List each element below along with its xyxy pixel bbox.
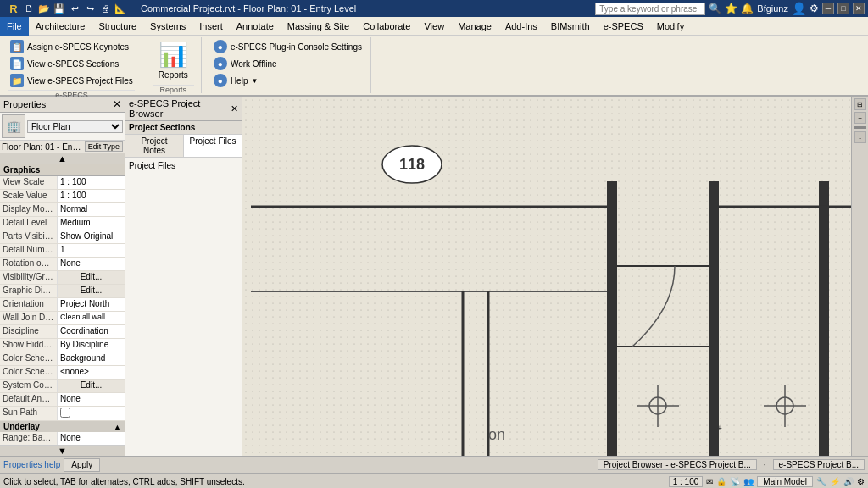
detail-level-value[interactable]: Medium	[58, 217, 125, 230]
settings-icon[interactable]: ⚙	[810, 3, 819, 14]
display-model-value[interactable]: Normal	[58, 203, 125, 216]
project-notes-tab[interactable]: Project Notes	[125, 135, 184, 157]
visibility-edit-btn[interactable]: Edit...	[58, 271, 125, 284]
status-icon-8: ⚙	[857, 477, 865, 486]
browser-separator: ·	[760, 460, 770, 469]
zoom-in-btn[interactable]: +	[854, 112, 866, 124]
menu-insert[interactable]: Insert	[192, 17, 230, 36]
color-scheme-value[interactable]: <none>	[58, 366, 125, 379]
new-btn[interactable]: 🗋	[22, 2, 36, 15]
zoom-fit-btn[interactable]: ⊞	[854, 98, 866, 110]
status-icon-6: ⚡	[830, 477, 840, 486]
save-btn[interactable]: 💾	[53, 2, 66, 15]
menu-systems[interactable]: Systems	[143, 17, 192, 36]
especs-title: e-SPECS Project Browser	[129, 98, 231, 119]
view-sections-btn[interactable]: 📄 View e-SPECS Sections	[8, 56, 135, 71]
title-bar-title: Commercial Project.rvt - Floor Plan: 01 …	[141, 3, 356, 14]
menu-addins[interactable]: Add-Ins	[498, 17, 544, 36]
prop-graphic-display: Graphic Displa... Edit...	[0, 285, 125, 298]
view-scale-value[interactable]: 1 : 100	[58, 176, 125, 189]
sun-path-value[interactable]	[58, 407, 125, 420]
menu-annotate[interactable]: Annotate	[230, 17, 281, 36]
bell-icon[interactable]: 🔔	[741, 3, 754, 14]
menu-structure[interactable]: Structure	[92, 17, 143, 36]
parts-visibility-label: Parts Visibility	[0, 230, 58, 243]
star-icon[interactable]: ⭐	[725, 3, 737, 14]
project-files-tab[interactable]: Project Files	[184, 135, 242, 157]
sections-icon: 📄	[10, 57, 24, 70]
rotation-value[interactable]: None	[58, 258, 125, 270]
detail-level-label: Detail Level	[0, 217, 58, 230]
range-base-value[interactable]: None	[58, 432, 125, 445]
project-browser-tab[interactable]: Project Browser - e-SPECS Project B...	[598, 459, 757, 470]
print-btn[interactable]: 🖨	[98, 2, 112, 15]
menu-manage[interactable]: Manage	[451, 17, 498, 36]
graphic-display-label: Graphic Displa...	[0, 285, 58, 297]
orientation-value[interactable]: Project North	[58, 298, 125, 311]
svg-rect-2	[242, 97, 868, 456]
menu-architecture[interactable]: Architecture	[29, 17, 92, 36]
search-input[interactable]	[595, 3, 705, 15]
open-btn[interactable]: 📂	[37, 2, 51, 15]
parts-visibility-value[interactable]: Show Original	[58, 230, 125, 243]
work-offline-btn[interactable]: ● Work Offline	[212, 56, 364, 71]
console-settings-btn[interactable]: ● e-SPECS Plug-in Console Settings	[212, 39, 364, 54]
status-text: Click to select, TAB for alternates, CTR…	[3, 477, 245, 486]
show-hidden-value[interactable]: By Discipline	[58, 339, 125, 352]
help-dropdown-icon[interactable]: ▼	[251, 77, 258, 85]
right-toolbar: ⊞ + -	[851, 97, 868, 456]
underlay-section[interactable]: Underlay ▲	[0, 421, 125, 432]
title-bar: R 🗋 📂 💾 ↩ ↪ 🖨 📐 Commercial Project.rvt -…	[0, 0, 868, 17]
measure-btn[interactable]: 📐	[114, 2, 127, 15]
minimize-btn[interactable]: ─	[822, 3, 834, 14]
status-icon-5: 🔧	[816, 477, 826, 486]
prop-color-scheme: Color Scheme <none>	[0, 366, 125, 380]
prop-system-color: System Color ... Edit...	[0, 380, 125, 393]
help-btn[interactable]: ● Help ▼	[212, 73, 364, 88]
menu-especs[interactable]: e-SPECS	[597, 17, 650, 36]
menu-file[interactable]: File	[0, 17, 29, 36]
redo-btn[interactable]: ↪	[83, 2, 97, 15]
especs-browser-tab[interactable]: e-SPECS Project B...	[773, 459, 865, 470]
scale-value-value[interactable]: 1 : 100	[58, 190, 125, 202]
graphic-display-edit-btn[interactable]: Edit...	[58, 285, 125, 297]
scroll-down-btn[interactable]: ▼	[0, 445, 125, 456]
properties-close-btn[interactable]: ✕	[113, 98, 121, 110]
scale-display[interactable]: 1 : 100	[669, 476, 704, 487]
revit-logo[interactable]: R	[7, 2, 20, 15]
edit-type-btn[interactable]: Edit Type	[85, 141, 123, 152]
menu-massing[interactable]: Massing & Site	[281, 17, 356, 36]
svg-text:118: 118	[399, 156, 425, 173]
undo-btn[interactable]: ↩	[68, 2, 81, 15]
view-project-files-btn[interactable]: 📁 View e-SPECS Project Files	[8, 73, 135, 88]
scroll-up-btn[interactable]: ▲	[0, 153, 125, 164]
system-color-edit-btn[interactable]: Edit...	[58, 380, 125, 392]
detail-number-value[interactable]: 1	[58, 244, 125, 257]
menu-collaborate[interactable]: Collaborate	[356, 17, 417, 36]
color-scheme-bg-value[interactable]: Background	[58, 352, 125, 365]
discipline-value[interactable]: Coordination	[58, 325, 125, 338]
default-analysis-value[interactable]: None	[58, 393, 125, 406]
floor-plan-svg: 118	[242, 97, 868, 456]
svg-text:on: on	[488, 426, 505, 443]
zoom-track	[854, 126, 866, 129]
reports-btn[interactable]: 📊 Reports	[153, 37, 194, 83]
search-icon[interactable]: 🔍	[709, 3, 721, 14]
menu-modify[interactable]: Modify	[650, 17, 691, 36]
properties-panel: Properties ✕ 🏢 Floor Plan Floor Plan: 01…	[0, 97, 125, 456]
type-selector-row: 🏢 Floor Plan	[0, 113, 125, 141]
type-dropdown[interactable]: Floor Plan	[27, 120, 123, 133]
wall-join-value[interactable]: Clean all wall ...	[58, 312, 125, 324]
type-icon: 🏢	[2, 114, 25, 138]
apply-btn[interactable]: Apply	[64, 458, 100, 472]
assign-keynotes-btn[interactable]: 📋 Assign e-SPECS Keynotes	[8, 39, 135, 54]
especs-close-btn[interactable]: ✕	[231, 103, 238, 114]
canvas-area[interactable]: 118	[242, 97, 868, 456]
restore-btn[interactable]: □	[837, 3, 849, 14]
zoom-out-btn[interactable]: -	[854, 131, 866, 143]
menu-bimsmith[interactable]: BIMsmith	[544, 17, 597, 36]
close-btn[interactable]: ✕	[853, 3, 865, 14]
properties-help-link[interactable]: Properties help	[3, 460, 60, 469]
rotation-label: Rotation on S...	[0, 258, 58, 270]
menu-view[interactable]: View	[417, 17, 451, 36]
